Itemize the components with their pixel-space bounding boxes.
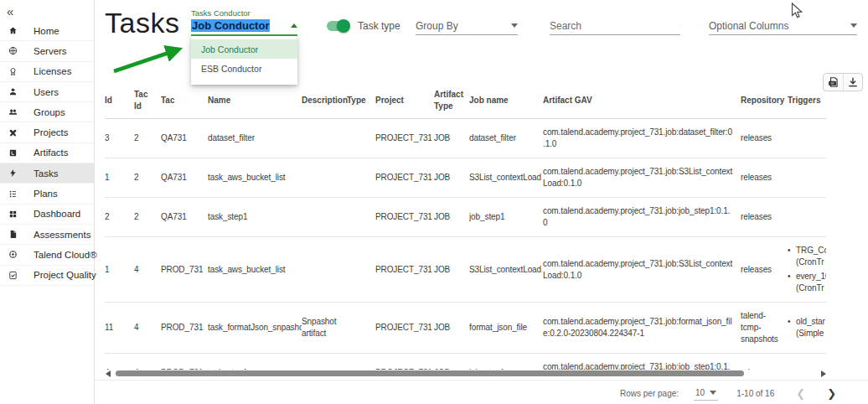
sidebar-item-groups[interactable]: Groups	[0, 102, 94, 122]
cell-job_name: format_json_file	[469, 303, 543, 354]
sidebar-item-assessments[interactable]: Assessments	[0, 225, 94, 245]
trigger-name: every_10	[796, 272, 826, 281]
trigger-kind: (Simple	[796, 329, 824, 338]
optional-columns-select[interactable]: Optional Columns	[709, 17, 857, 35]
project-quality-icon	[8, 271, 18, 280]
trigger-kind: (CronTr	[796, 283, 824, 293]
column-header-description[interactable]: Description	[302, 84, 347, 119]
sidebar-item-tasks[interactable]: Tasks	[0, 163, 94, 184]
collapse-sidebar-icon[interactable]: «	[7, 4, 13, 18]
cell-triggers	[788, 158, 826, 198]
table-row[interactable]: 12QA731task_aws_bucket_listPROJECT_731JO…	[105, 158, 826, 198]
trigger-item: •every_10(CronTr	[788, 271, 826, 294]
scroll-right-icon[interactable]	[821, 370, 826, 377]
cell-type	[347, 303, 375, 354]
cell-tac_id: 2	[134, 198, 161, 237]
scroll-left-icon[interactable]	[106, 370, 111, 377]
groups-icon	[8, 107, 18, 117]
task-type-toggle-knob	[337, 19, 350, 33]
sidebar-item-label: Talend Cloud®	[34, 250, 97, 260]
column-header-artifact-gav[interactable]: Artifact GAV	[543, 84, 741, 119]
download-button[interactable]	[843, 74, 862, 91]
sidebar-item-servers[interactable]: Servers	[0, 41, 94, 61]
rows-per-page-value: 10	[695, 388, 705, 397]
cell-project: PROJECT_731	[375, 354, 434, 370]
cell-artifact_type: JOB	[434, 119, 469, 158]
task-type-label: Task type	[358, 20, 400, 32]
trigger-kind: (CronTr	[796, 257, 824, 267]
scrollbar-thumb[interactable]	[116, 370, 744, 376]
cell-triggers: •TRG_Co(CronTr•every_10(CronTr	[788, 237, 826, 303]
cell-tac_id: 4	[134, 354, 161, 370]
pagination-bar: Rows per page: 10 1-10 of 16 ❮ ❯	[620, 384, 850, 402]
cell-id: 4	[105, 354, 134, 370]
trigger-item: •old_star(Simple	[788, 316, 826, 339]
sidebar-item-talend-cloud[interactable]: Talend Cloud®	[0, 245, 94, 265]
cell-name: task_aws_bucket_list	[208, 237, 302, 303]
cell-job_name: job_step1	[469, 198, 543, 237]
column-header-tac[interactable]: Tac	[161, 84, 208, 119]
previous-page-button[interactable]: ❮	[796, 388, 805, 399]
menu-item-esb-conductor[interactable]: ESB Conductor	[191, 59, 297, 78]
page-title: Tasks	[105, 7, 179, 39]
rows-per-page-select[interactable]: 10	[694, 386, 718, 401]
sidebar-item-dashboard[interactable]: Dashboard	[0, 205, 94, 225]
task-type-toggle[interactable]	[327, 21, 349, 31]
cell-artifact_type: JOB	[434, 237, 469, 303]
table-row[interactable]: 32QA731dataset_filterPROJECT_731JOBdatas…	[105, 119, 826, 158]
column-header-name[interactable]: Name	[208, 84, 302, 119]
tasks-conductor-value: Job Conductor	[191, 19, 270, 32]
cell-name: task_formatJson_snpashot	[208, 303, 302, 354]
sidebar-item-label: Artifacts	[34, 148, 69, 158]
column-header-triggers[interactable]: Triggers	[788, 84, 826, 119]
cell-id: 3	[105, 119, 134, 158]
sidebar-item-licenses[interactable]: Licenses	[0, 62, 94, 82]
chevron-down-icon	[850, 23, 857, 28]
sidebar-item-plans[interactable]: Plans	[0, 184, 94, 204]
table-row[interactable]: 44PROD_731task_step1PROJECT_731JOBjob_st…	[105, 354, 826, 370]
menu-item-job-conductor[interactable]: Job Conductor	[191, 39, 297, 59]
cell-name: dataset_filter	[208, 119, 302, 158]
search-input[interactable]	[550, 20, 679, 32]
column-header-repository[interactable]: Repository	[741, 84, 788, 119]
tasks-conductor-select[interactable]: Tasks Conductor Job Conductor	[191, 8, 297, 36]
sidebar-item-users[interactable]: Users	[0, 82, 94, 102]
column-header-artifact-type[interactable]: Artifact Type	[434, 84, 469, 119]
column-header-project[interactable]: Project	[375, 84, 434, 119]
cell-repository: releases	[741, 354, 788, 370]
cell-artifact_gav: com.talend.academy.project_731.job:datas…	[543, 119, 741, 158]
horizontal-scrollbar	[105, 369, 826, 379]
sidebar-item-project-quality[interactable]: Project Quality	[0, 266, 94, 286]
group-by-select[interactable]: Group By	[416, 17, 518, 35]
cell-artifact_type: JOB	[434, 198, 469, 237]
export-button-group	[823, 73, 863, 91]
sidebar-item-artifacts[interactable]: Artifacts	[0, 143, 94, 163]
export-csv-button[interactable]	[824, 74, 843, 91]
servers-icon	[8, 46, 18, 55]
column-header-type[interactable]: Type	[347, 84, 375, 119]
cell-type	[347, 119, 375, 158]
column-header-id[interactable]: Id	[105, 84, 134, 119]
cell-name: task_step1	[208, 354, 302, 370]
chevron-down-icon	[710, 391, 716, 395]
plans-icon	[8, 189, 18, 199]
table-row[interactable]: 22QA731task_step1PROJECT_731JOBjob_step1…	[105, 198, 826, 237]
cell-artifact_type: JOB	[434, 354, 469, 370]
table-row[interactable]: 114PROD_731task_formatJson_snpashotSnpas…	[105, 303, 826, 354]
sidebar-item-label: Projects	[34, 127, 69, 137]
export-csv-icon	[828, 76, 840, 88]
next-page-button[interactable]: ❯	[827, 388, 836, 399]
column-header-job-name[interactable]: Job name	[469, 84, 543, 119]
cell-tac: PROD_731	[161, 303, 208, 354]
table-row[interactable]: 14PROD_731task_aws_bucket_listPROJECT_73…	[105, 237, 826, 303]
tasks-table: IdTac IdTacNameDescriptionTypeProjectArt…	[105, 84, 826, 370]
assessments-icon	[8, 230, 18, 239]
bullet-icon: •	[788, 316, 796, 339]
cell-type	[347, 158, 375, 198]
column-header-tac-id[interactable]: Tac Id	[134, 84, 161, 119]
cell-repository: releases	[741, 237, 788, 303]
sidebar-item-projects[interactable]: Projects	[0, 122, 94, 142]
bullet-icon: •	[788, 245, 796, 268]
sidebar-item-label: Dashboard	[34, 209, 80, 219]
sidebar-item-home[interactable]: Home	[0, 21, 94, 41]
